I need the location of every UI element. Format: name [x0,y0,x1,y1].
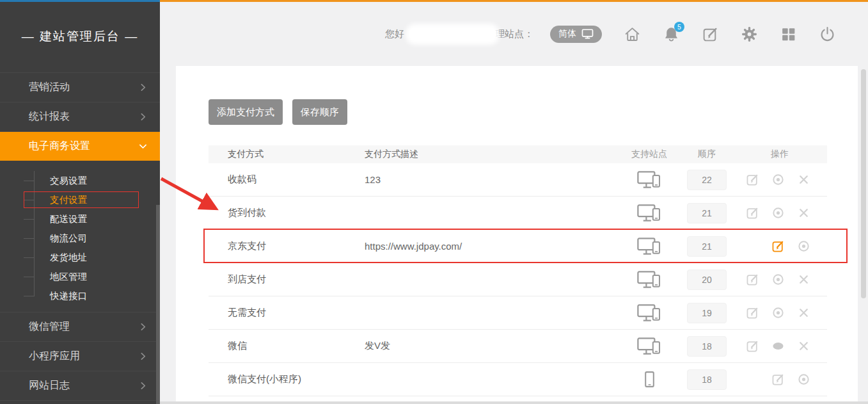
order-input[interactable]: 18 [687,369,727,390]
row-operations [732,239,827,253]
sidebar-nav: 营销活动统计报表电子商务设置交易设置支付设置配送设置物流公司发货地址地区管理快递… [0,72,160,400]
page-scrollbar[interactable] [861,69,866,298]
horizontal-scrollbar[interactable] [160,401,868,404]
save-order-button[interactable]: 保存顺序 [292,99,347,125]
sidebar-item-网站日志[interactable]: 网站日志 [0,371,160,400]
eye-icon[interactable] [797,239,810,253]
close-icon[interactable] [797,273,810,286]
redacted-username [409,28,496,41]
sidebar-item-label: 电子商务设置 [29,140,138,153]
edit-icon[interactable] [746,306,759,319]
order-input[interactable]: 21 [687,236,727,257]
payment-table: 支付方式 支付方式描述 支持站点 顺序 操作 收款码12322货到付款21京东支… [209,145,827,404]
eye-icon[interactable] [771,206,785,220]
sidebar-submenu: 交易设置支付设置配送设置物流公司发货地址地区管理快递接口 [0,161,160,312]
edit-icon[interactable] [746,206,759,220]
payment-description: 123 [365,174,617,185]
order-input[interactable]: 20 [687,270,727,290]
settings-button[interactable] [741,26,758,43]
sidebar-item-label: 统计报表 [29,110,138,124]
chevron-right-icon [138,380,148,391]
edit-icon[interactable] [746,173,759,186]
payment-name: 无需支付 [209,307,365,319]
greeting-block: 您好 管理站点： [385,28,533,41]
edit-icon[interactable] [746,273,759,286]
eye-icon[interactable] [771,273,785,286]
table-row: 微信支付(小程序)18 [209,363,827,396]
tree-tick [24,257,34,258]
sidebar-item-营销活动[interactable]: 营销活动 [0,72,160,102]
sidebar-subitem-快递接口[interactable]: 快递接口 [0,286,160,305]
main-top-accent [160,0,868,2]
sidebar-subitem-label: 快递接口 [50,291,87,301]
sidebar-subitem-发货地址[interactable]: 发货地址 [0,248,160,267]
sidebar-item-小程序应用[interactable]: 小程序应用 [0,341,160,371]
order-input[interactable]: 19 [687,303,727,323]
tree-tick [24,181,34,181]
notifications-button[interactable]: 5 [663,26,680,43]
desktop-mobile-site-icon [637,337,662,355]
chevron-down-icon [138,141,148,152]
supported-sites-cell [617,304,681,322]
notification-badge: 5 [674,22,684,32]
order-input[interactable]: 22 [687,170,727,190]
sidebar-subitem-物流公司[interactable]: 物流公司 [0,229,160,248]
edit-icon[interactable] [746,339,759,353]
payment-table-body: 收款码12322货到付款21京东支付https://www.jdpay.com/… [209,163,827,404]
col-description: 支付方式描述 [365,149,617,160]
eye-icon[interactable] [771,173,785,186]
logout-button[interactable] [819,26,836,43]
order-cell: 18 [681,369,732,390]
eye-icon[interactable] [771,306,785,319]
payment-name: 京东支付 [209,240,365,252]
payment-name: 收款码 [209,174,365,186]
eye-off-icon[interactable] [771,339,785,353]
payment-description: 发V发 [365,340,617,352]
payment-name: 货到付款 [209,207,365,219]
order-input[interactable]: 21 [687,203,727,223]
sidebar-subitem-地区管理[interactable]: 地区管理 [0,267,160,286]
sidebar: — 建站管理后台 — 营销活动统计报表电子商务设置交易设置支付设置配送设置物流公… [0,0,160,404]
eye-icon[interactable] [797,373,810,386]
language-label: 简体 [558,28,576,40]
chevron-right-icon [138,321,148,332]
order-input[interactable]: 18 [687,336,727,357]
compose-button[interactable] [702,26,719,43]
edit-icon[interactable] [771,239,785,253]
close-icon[interactable] [797,339,810,353]
language-switch-button[interactable]: 简体 [550,26,602,43]
desktop-mobile-site-icon [637,304,662,322]
desktop-mobile-site-icon [637,238,662,255]
col-payment-method: 支付方式 [209,149,365,160]
sidebar-item-统计报表[interactable]: 统计报表 [0,102,160,131]
desktop-mobile-site-icon [637,171,662,189]
app-title: — 建站管理后台 — [0,0,160,72]
row-operations [732,173,827,186]
apps-button[interactable] [780,26,797,43]
sidebar-item-电子商务设置[interactable]: 电子商务设置 [0,131,160,161]
supported-sites-cell [617,337,681,355]
edit-icon[interactable] [771,373,785,386]
close-icon[interactable] [797,206,810,220]
order-cell: 20 [681,270,732,290]
row-operations [732,339,827,353]
home-button[interactable] [624,26,641,43]
sidebar-item-label: 网站日志 [29,379,138,392]
supported-sites-cell [617,271,681,289]
table-row: 微信发V发18 [209,330,827,363]
close-icon[interactable] [797,306,810,319]
sidebar-subitem-label: 交易设置 [50,175,87,186]
supported-sites-cell [617,204,681,222]
sidebar-scrollbar[interactable] [156,205,160,404]
sidebar-item-label: 微信管理 [29,320,138,334]
sidebar-subitem-配送设置[interactable]: 配送设置 [0,209,160,229]
sidebar-subitem-支付设置[interactable]: 支付设置 [0,190,160,209]
content-card: 添加支付方式 保存顺序 支付方式 支付方式描述 支持站点 顺序 操作 收款码12… [176,66,858,404]
sidebar-item-微信管理[interactable]: 微信管理 [0,312,160,341]
sidebar-divider [0,400,160,401]
add-payment-button[interactable]: 添加支付方式 [209,99,283,125]
col-operations: 操作 [732,149,827,160]
sidebar-subitem-交易设置[interactable]: 交易设置 [0,171,160,190]
payment-description: https://www.jdpay.com/ [365,241,617,252]
close-icon[interactable] [797,173,810,186]
